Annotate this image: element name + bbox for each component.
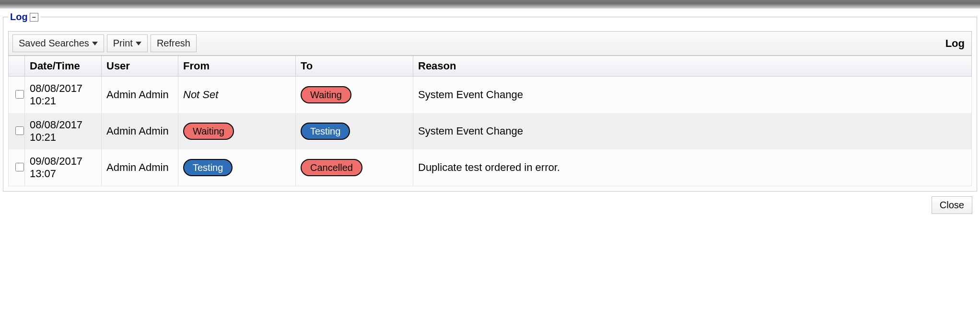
cell-to: Testing [296,113,413,149]
status-badge: Testing [183,159,233,176]
chevron-down-icon [136,42,141,45]
col-checkbox[interactable] [9,56,25,77]
cell-reason: System Event Change [413,113,972,149]
log-legend-title: Log [10,11,28,23]
table-row[interactable]: 08/08/2017 10:21Admin AdminNot SetWaitin… [9,77,972,113]
cell-from: Testing [178,149,296,186]
status-text: Not Set [183,89,218,101]
status-badge: Testing [301,123,350,140]
close-button[interactable]: Close [932,196,972,214]
col-from[interactable]: From [178,56,296,77]
col-user[interactable]: User [102,56,178,77]
col-datetime[interactable]: Date/Time [25,56,102,77]
window-titlebar [0,0,980,9]
print-label: Print [113,38,133,49]
toolbar: Saved Searches Print Refresh Log [8,31,972,56]
cell-from: Waiting [178,113,296,149]
toolbar-title: Log [945,37,968,50]
log-panel: Log − Saved Searches Print Refresh Log [3,11,977,192]
chevron-down-icon [92,42,98,45]
row-checkbox[interactable] [15,163,24,171]
col-reason[interactable]: Reason [413,56,972,77]
cell-to: Cancelled [296,149,413,186]
collapse-toggle-icon[interactable]: − [30,13,38,22]
cell-user: Admin Admin [102,149,178,186]
cell-datetime: 08/08/2017 10:21 [25,113,102,149]
status-badge: Waiting [183,123,234,140]
cell-from: Not Set [178,77,296,113]
row-checkbox[interactable] [15,90,24,99]
log-legend: Log − [8,11,40,23]
refresh-button[interactable]: Refresh [151,34,197,52]
row-checkbox[interactable] [15,126,24,135]
table-row[interactable]: 08/08/2017 10:21Admin AdminWaitingTestin… [9,113,972,149]
print-button[interactable]: Print [107,34,148,52]
cell-datetime: 09/08/2017 13:07 [25,149,102,186]
refresh-label: Refresh [157,38,190,49]
cell-reason: Duplicate test ordered in error. [413,149,972,186]
log-table: Date/Time User From To Reason 08/08/2017… [8,56,972,186]
status-badge: Cancelled [301,159,362,176]
cell-reason: System Event Change [413,77,972,113]
col-to[interactable]: To [296,56,413,77]
saved-searches-label: Saved Searches [19,38,89,49]
cell-datetime: 08/08/2017 10:21 [25,77,102,113]
header-row: Date/Time User From To Reason [9,56,972,77]
dialog-footer: Close [3,192,977,217]
status-badge: Waiting [301,86,351,103]
cell-to: Waiting [296,77,413,113]
cell-user: Admin Admin [102,77,178,113]
saved-searches-button[interactable]: Saved Searches [12,34,104,52]
table-row[interactable]: 09/08/2017 13:07Admin AdminTestingCancel… [9,149,972,186]
cell-user: Admin Admin [102,113,178,149]
